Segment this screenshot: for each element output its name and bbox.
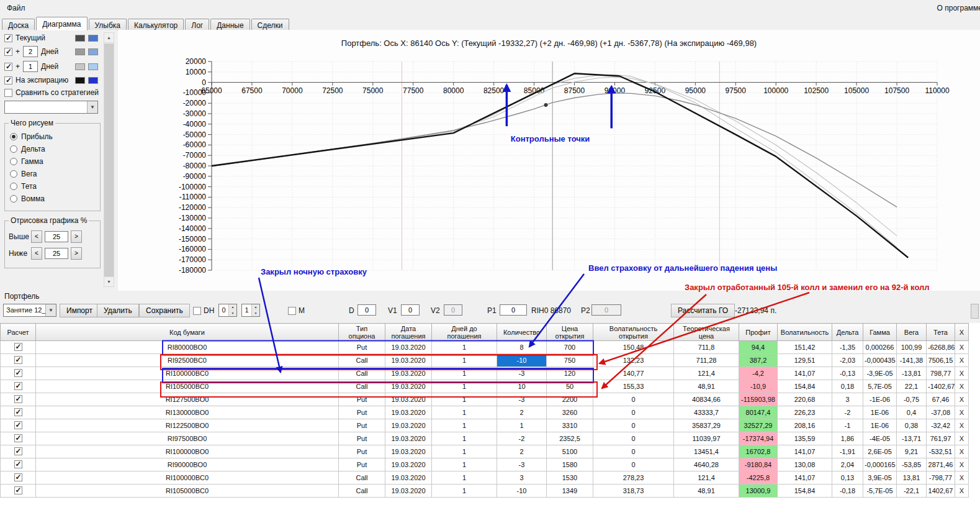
current-checkbox[interactable] — [4, 34, 12, 42]
dh-spinner-2[interactable]: 1 ▲▼ — [241, 304, 260, 317]
toolbar-scroll-stub[interactable] — [971, 304, 979, 319]
range-below-input[interactable] — [45, 248, 68, 259]
cell-theor[interactable]: 48,91 — [674, 485, 739, 498]
cell-date[interactable]: 19.03.2020 — [385, 419, 432, 432]
cell-profit[interactable]: 387,2 — [739, 354, 778, 367]
cell-theor[interactable]: 48,91 — [674, 380, 739, 393]
cell-code[interactable]: RI92500BC0 — [36, 354, 339, 367]
row-calc-checkbox[interactable] — [14, 434, 22, 442]
cell-theta[interactable]: 761,97 — [927, 432, 955, 445]
cell-profit[interactable]: -4,2 — [739, 367, 778, 380]
cell-vol[interactable]: 220,68 — [778, 393, 832, 406]
cell-gamma[interactable]: -4E-05 — [863, 432, 897, 445]
cell-gamma[interactable]: -1E-06 — [863, 393, 897, 406]
cell-days[interactable]: 1 — [432, 445, 497, 458]
save-button[interactable]: Сохранить — [139, 304, 190, 317]
cell-theor[interactable]: 121,4 — [674, 367, 739, 380]
plus2-days-input[interactable] — [23, 46, 38, 57]
cell-price[interactable]: 5100 — [547, 445, 593, 458]
chevron-down-icon[interactable]: ▼ — [87, 101, 97, 113]
cell-qty[interactable]: -2 — [497, 432, 547, 445]
cell-vega[interactable]: -0,75 — [897, 393, 927, 406]
cell-theor[interactable]: 11039,97 — [674, 432, 739, 445]
cell-theta[interactable]: -37,08 — [927, 406, 955, 419]
cell-gamma[interactable]: -5,7E-05 — [863, 485, 897, 498]
cell-days[interactable]: 1 — [432, 367, 497, 380]
cell-qty[interactable]: -10 — [497, 354, 547, 367]
cell-profit[interactable]: 13000,9 — [739, 485, 778, 498]
cell-days[interactable]: 1 — [432, 432, 497, 445]
cell-days[interactable]: 1 — [432, 341, 497, 354]
cell-code[interactable]: RI97500BO0 — [36, 432, 339, 445]
cell-theta[interactable]: 1402,67 — [927, 485, 955, 498]
cell-type[interactable]: Put — [339, 419, 385, 432]
cell-vega[interactable]: 9,21 — [897, 445, 927, 458]
row-calc-checkbox[interactable] — [14, 343, 22, 351]
increment-button[interactable]: > — [71, 230, 82, 243]
cell-code[interactable]: RI105000BC0 — [36, 380, 339, 393]
cell-days[interactable]: 1 — [432, 406, 497, 419]
cell-type[interactable]: Put — [339, 432, 385, 445]
radio-icon[interactable] — [10, 133, 17, 140]
cell-vol_open[interactable]: 278,23 — [593, 471, 674, 485]
cell-delta[interactable]: 0,13 — [832, 471, 863, 485]
cell-gamma[interactable]: -0,000435 — [863, 354, 897, 367]
row-calc-checkbox[interactable] — [14, 369, 22, 377]
cell-vega[interactable]: -22,1 — [897, 485, 927, 498]
m-checkbox[interactable] — [288, 307, 296, 315]
row-calc-checkbox[interactable] — [14, 473, 22, 481]
cell-vega[interactable]: 0,4 — [897, 406, 927, 419]
cell-vega[interactable]: -13,71 — [897, 432, 927, 445]
scroll-up-icon[interactable]: ▲ — [104, 33, 114, 43]
cell-type[interactable]: Put — [339, 445, 385, 458]
cell-vega[interactable]: -13,81 — [897, 367, 927, 380]
cell-days[interactable]: 1 — [432, 485, 497, 498]
cell-vol_open[interactable]: 0 — [593, 445, 674, 458]
plus1-checkbox[interactable] — [4, 63, 12, 71]
cell-qty[interactable]: 8 — [497, 341, 547, 354]
row-calc-checkbox[interactable] — [14, 447, 22, 455]
increment-button[interactable]: > — [71, 247, 82, 260]
spinner-down-icon[interactable]: ▼ — [228, 311, 236, 317]
cell-type[interactable]: Call — [339, 354, 385, 367]
cell-delta[interactable]: -1,91 — [832, 445, 863, 458]
cell-theor[interactable]: 121,4 — [674, 471, 739, 485]
cell-date[interactable]: 19.03.2020 — [385, 432, 432, 445]
radio-icon[interactable] — [10, 158, 17, 165]
cell-date[interactable]: 19.03.2020 — [385, 445, 432, 458]
cell-theor[interactable]: 43333,7 — [674, 406, 739, 419]
cell-vega[interactable]: 22,1 — [897, 380, 927, 393]
plus1-days-input[interactable] — [23, 61, 38, 72]
decrement-button[interactable]: < — [31, 230, 42, 243]
cell-days[interactable]: 1 — [432, 393, 497, 406]
cell-vol_open[interactable]: 0 — [593, 432, 674, 445]
delete-row-button[interactable]: X — [955, 367, 969, 380]
cell-date[interactable]: 19.03.2020 — [385, 406, 432, 419]
radio-icon[interactable] — [10, 145, 17, 153]
cell-vol_open[interactable]: 318,73 — [593, 485, 674, 498]
cell-theor[interactable]: 40834,66 — [674, 393, 739, 406]
cell-date[interactable]: 19.03.2020 — [385, 458, 432, 471]
cell-vega[interactable]: -53,85 — [897, 458, 927, 471]
d-field[interactable] — [357, 304, 376, 316]
delete-row-button[interactable]: X — [955, 393, 969, 406]
cell-profit[interactable]: -9180,84 — [739, 458, 778, 471]
cell-type[interactable]: Call — [339, 485, 385, 498]
cell-delta[interactable]: 1,86 — [832, 432, 863, 445]
cell-code[interactable]: RI100000BC0 — [36, 367, 339, 380]
spinner-down-icon[interactable]: ▼ — [251, 311, 259, 317]
draw-option-4[interactable]: Тета — [10, 182, 96, 191]
cell-theor[interactable]: 35837,29 — [674, 419, 739, 432]
cell-code[interactable]: RI100000BO0 — [36, 445, 339, 458]
delete-row-button[interactable]: X — [955, 432, 969, 445]
cell-profit[interactable]: -17374,94 — [739, 432, 778, 445]
cell-date[interactable]: 19.03.2020 — [385, 367, 432, 380]
v2-field[interactable] — [444, 304, 462, 316]
scrollbar-thumb[interactable] — [104, 43, 114, 276]
cell-vol[interactable]: 130,08 — [778, 458, 832, 471]
cell-vol[interactable]: 208,16 — [778, 419, 832, 432]
tab-6[interactable]: Сделки — [251, 19, 289, 31]
cell-days[interactable]: 1 — [432, 419, 497, 432]
import-button[interactable]: Импорт — [60, 304, 99, 317]
delete-row-button[interactable]: X — [955, 471, 969, 485]
